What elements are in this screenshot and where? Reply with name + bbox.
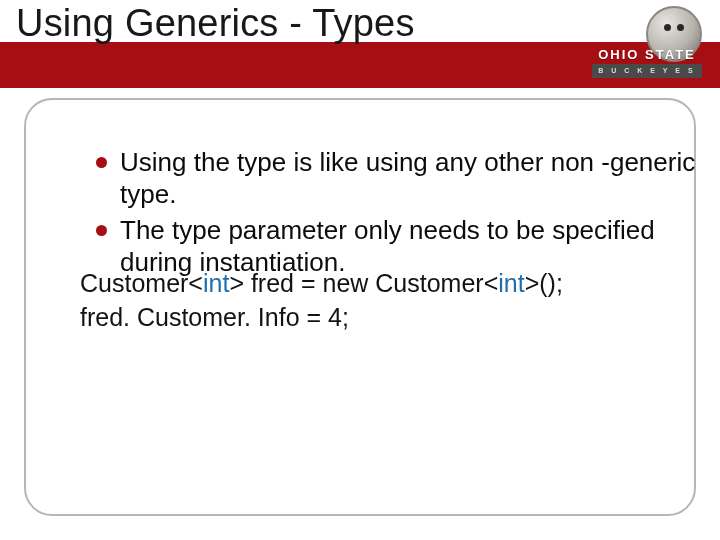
logo-secondary-text: B U C K E Y E S (592, 64, 702, 78)
code-text: Customer< (80, 269, 203, 297)
code-block: Customer<int> fred = new Customer<int>()… (80, 266, 680, 334)
code-line: fred. Customer. Info = 4; (80, 300, 680, 334)
logo-primary-text: OHIO STATE (592, 48, 702, 62)
code-text: >(); (525, 269, 563, 297)
keyword-int: int (203, 269, 229, 297)
slide: Using Generics - Types OHIO STATE B U C … (0, 0, 720, 540)
code-text: > fred = new Customer< (229, 269, 498, 297)
bullet-list: Using the type is like using any other n… (56, 146, 716, 282)
keyword-int: int (498, 269, 524, 297)
bullet-item: Using the type is like using any other n… (96, 146, 716, 210)
slide-title: Using Generics - Types (16, 2, 415, 45)
ohio-state-logo: OHIO STATE B U C K E Y E S (592, 6, 702, 84)
code-line: Customer<int> fred = new Customer<int>()… (80, 266, 680, 300)
